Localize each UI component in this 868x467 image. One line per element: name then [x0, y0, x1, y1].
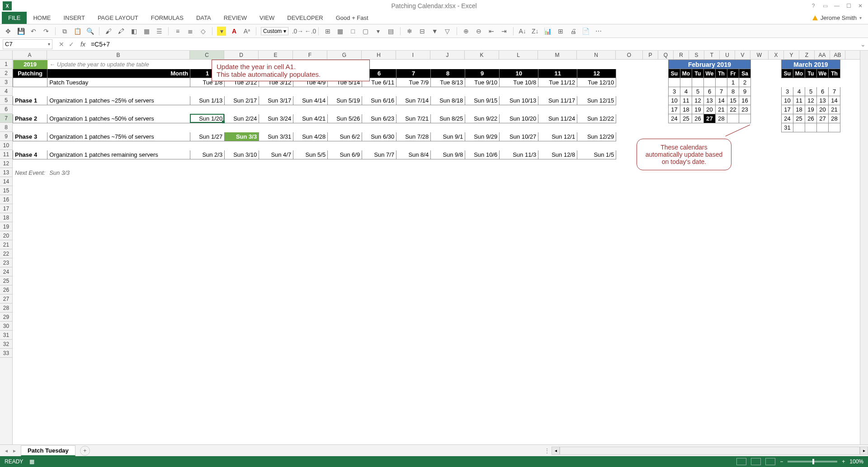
row-header-28[interactable]: 28 — [0, 304, 12, 313]
cal-day[interactable]: 25 — [793, 114, 805, 123]
row-header-25[interactable]: 25 — [0, 276, 12, 285]
cells-area[interactable]: Update the year in cell A1. This table a… — [13, 60, 860, 444]
cal-day[interactable]: 3 — [782, 87, 793, 96]
cell-date[interactable]: Tue 9/10 — [465, 78, 500, 87]
cal-day[interactable]: 5 — [805, 87, 817, 96]
mini-calendar-mar[interactable]: March 2019SuMoTuWeTh34567101112131417181… — [781, 60, 840, 132]
cell-date[interactable]: Sun 12/29 — [577, 132, 616, 141]
cal-day[interactable] — [805, 78, 817, 87]
cell-date[interactable]: Sun 3/3 — [225, 132, 259, 141]
cell-month-7[interactable]: 7 — [396, 69, 431, 78]
cell-date[interactable]: Sun 9/22 — [465, 114, 500, 123]
filter-icon[interactable]: ▼ — [430, 27, 439, 36]
cal-day[interactable]: 3 — [669, 87, 680, 96]
table-icon[interactable]: ▤ — [387, 27, 396, 36]
print-preview-icon[interactable]: 🔍 — [85, 27, 94, 36]
user-name[interactable]: Jerome Smith — [821, 14, 857, 21]
vertical-scrollbar[interactable] — [860, 51, 868, 444]
row-header-3[interactable]: 3 — [0, 78, 12, 87]
cal-day[interactable]: 19 — [692, 105, 704, 114]
cell-date[interactable]: Sun 6/16 — [362, 96, 396, 105]
cell-date[interactable]: Sun 3/17 — [259, 96, 293, 105]
col-header-K[interactable]: K — [465, 51, 499, 59]
mini-calendar-feb[interactable]: February 2019SuMoTuWeThFrSa1234567891011… — [668, 60, 751, 123]
cell-date[interactable]: Sun 6/23 — [362, 114, 396, 123]
row-header-8[interactable]: 8 — [0, 123, 12, 132]
print-icon[interactable]: 🖨 — [569, 27, 578, 36]
cal-day[interactable] — [817, 123, 829, 132]
cal-day[interactable]: 28 — [829, 114, 840, 123]
cal-day[interactable] — [680, 78, 692, 87]
sort-desc-icon[interactable]: Z↓ — [531, 27, 540, 36]
col-header-F[interactable]: F — [293, 51, 327, 59]
row-header-19[interactable]: 19 — [0, 222, 12, 231]
cal-day[interactable]: 26 — [805, 114, 817, 123]
row-header-17[interactable]: 17 — [0, 204, 12, 213]
row-header-31[interactable]: 31 — [0, 331, 12, 340]
cell-date[interactable]: Sun 2/3 — [190, 150, 225, 159]
cal-day[interactable]: 20 — [817, 105, 829, 114]
cell-date[interactable]: Sun 2/24 — [225, 114, 259, 123]
merge-icon[interactable]: ▦ — [142, 27, 151, 36]
cal-day[interactable]: 12 — [805, 96, 817, 105]
row-header-12[interactable]: 12 — [0, 159, 12, 168]
cal-day[interactable]: 27 — [704, 114, 716, 123]
cal-day[interactable]: 4 — [680, 87, 692, 96]
cal-day[interactable]: 13 — [817, 96, 829, 105]
row-header-22[interactable]: 22 — [0, 249, 12, 258]
cal-day[interactable]: 1 — [727, 78, 739, 87]
column-headers[interactable]: ABCDEFGHIJKLMNOPQRSTUVWXYZAAAB — [13, 51, 860, 60]
cell-phase[interactable]: Phase 3 — [13, 132, 47, 141]
wrap-icon[interactable]: ☰ — [155, 27, 164, 36]
cell-date[interactable]: Sun 10/6 — [465, 150, 500, 159]
cell-month-11[interactable]: 11 — [538, 69, 577, 78]
cal-day[interactable]: 17 — [782, 105, 793, 114]
row-header-26[interactable]: 26 — [0, 285, 12, 294]
number-format-select[interactable]: Custom ▾ — [261, 27, 288, 35]
cal-day[interactable]: 24 — [669, 114, 680, 123]
col-header-J[interactable]: J — [430, 51, 465, 59]
cell-date[interactable]: Sun 7/21 — [396, 114, 431, 123]
row-header-27[interactable]: 27 — [0, 294, 12, 304]
group-icon[interactable]: ⊟ — [418, 27, 427, 36]
col-header-R[interactable]: R — [674, 51, 689, 59]
cell-desc[interactable]: Organization 1 patches remaining servers — [47, 150, 190, 159]
help-button[interactable]: ? — [808, 2, 818, 10]
border-all-icon[interactable]: ▦ — [336, 27, 345, 36]
col-header-N[interactable]: N — [577, 51, 616, 59]
shapes-icon[interactable]: ◇ — [198, 27, 208, 36]
cell-date[interactable]: Sun 3/10 — [225, 150, 259, 159]
cal-day[interactable] — [716, 78, 727, 87]
cal-day[interactable]: 16 — [739, 96, 751, 105]
cell-date[interactable]: Sun 9/1 — [431, 132, 465, 141]
cal-day[interactable]: 9 — [739, 87, 751, 96]
cal-day[interactable] — [829, 123, 840, 132]
cell-date[interactable]: Sun 5/26 — [328, 114, 362, 123]
col-header-O[interactable]: O — [616, 51, 643, 59]
cal-day[interactable] — [739, 114, 751, 123]
cal-day[interactable]: 10 — [782, 96, 793, 105]
cal-day[interactable]: 25 — [680, 114, 692, 123]
cell-phase[interactable]: Phase 4 — [13, 150, 47, 159]
cal-day[interactable]: 11 — [680, 96, 692, 105]
macro-icon[interactable]: ▦ — [29, 458, 34, 465]
row-header-29[interactable]: 29 — [0, 313, 12, 322]
cal-day[interactable]: 28 — [716, 114, 727, 123]
cal-day[interactable]: 24 — [782, 114, 793, 123]
touch-mode-icon[interactable]: ✥ — [4, 27, 13, 36]
cell-month-12[interactable]: 12 — [577, 69, 616, 78]
cal-day[interactable]: 6 — [704, 87, 716, 96]
cal-day[interactable] — [669, 78, 680, 87]
cell-date[interactable]: Sun 7/7 — [362, 150, 396, 159]
cell-date[interactable]: Sun 12/15 — [577, 96, 616, 105]
col-header-D[interactable]: D — [224, 51, 259, 59]
row-header-15[interactable]: 15 — [0, 186, 12, 195]
col-header-E[interactable]: E — [259, 51, 293, 59]
col-header-L[interactable]: L — [499, 51, 538, 59]
row-header-33[interactable]: 33 — [0, 349, 12, 358]
cal-day[interactable]: 8 — [727, 87, 739, 96]
tab-formulas[interactable]: FORMULAS — [145, 12, 190, 24]
cal-day[interactable]: 6 — [817, 87, 829, 96]
cell-date[interactable]: Sun 9/8 — [431, 150, 465, 159]
col-header-AB[interactable]: AB — [830, 51, 845, 59]
